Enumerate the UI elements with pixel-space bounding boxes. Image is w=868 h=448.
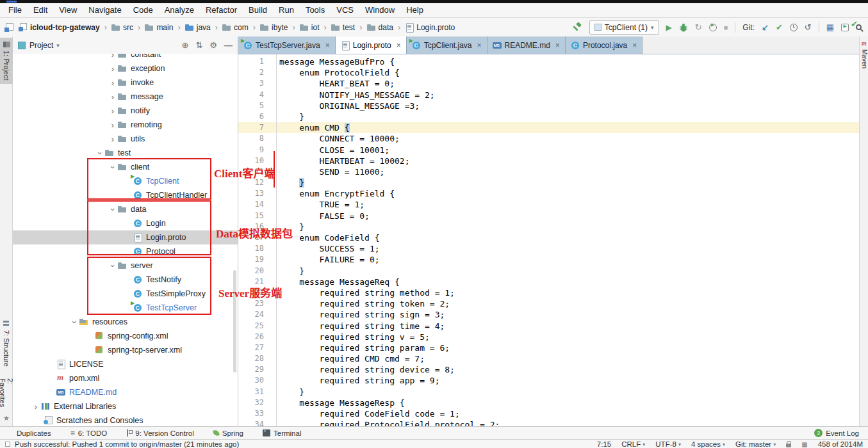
status-icon[interactable] xyxy=(5,442,10,447)
tree-item[interactable]: constant xyxy=(13,54,238,61)
menu-item[interactable]: Refactor xyxy=(200,3,243,17)
tree-item[interactable]: resources xyxy=(13,315,238,329)
tree-item[interactable]: client xyxy=(13,160,238,174)
code-line[interactable]: 12 } xyxy=(238,177,859,188)
code-line[interactable]: 20 } xyxy=(238,266,859,276)
chevron-icon[interactable] xyxy=(108,261,118,271)
tree-item[interactable]: server xyxy=(13,259,238,273)
toolwindow-button[interactable]: 6: TODO xyxy=(70,429,108,438)
tree-item[interactable]: Login.proto xyxy=(13,230,238,244)
line-ending-widget[interactable]: CRLF▾ xyxy=(621,440,645,448)
indent-widget[interactable]: 4 spaces▾ xyxy=(691,440,725,448)
code-line[interactable]: 26 required string v = 5; xyxy=(238,332,859,342)
tree-item[interactable]: utils xyxy=(13,132,238,146)
tree-item[interactable]: Login xyxy=(13,216,238,230)
code-line[interactable]: 11 SEND = 11000; xyxy=(238,166,859,177)
code-line[interactable]: 13 enum EncryptField { xyxy=(238,188,859,199)
editor-tab[interactable]: TcpClient.java × xyxy=(407,36,487,54)
code-line[interactable]: 21 message MessageReq { xyxy=(238,276,859,287)
code-line[interactable]: 10 HEARTBEAT = 10002; xyxy=(238,156,859,166)
code-line[interactable]: 34 required ProtocolField protocol = 2; xyxy=(238,419,859,426)
editor-tab[interactable]: Login.proto × xyxy=(336,36,407,54)
code-line[interactable]: 19 FAILURE = 0; xyxy=(238,254,859,265)
run-dashboard-icon[interactable] xyxy=(841,24,849,31)
toolwindow-button[interactable]: Duplicates xyxy=(17,429,51,438)
project-structure-icon[interactable]: ▦ xyxy=(826,22,834,33)
code-line[interactable]: 33 required CodeField code = 1; xyxy=(238,408,859,419)
collapse-all-icon[interactable]: ⇅ xyxy=(195,40,202,50)
chevron-icon[interactable] xyxy=(95,148,105,158)
tree-item[interactable]: TestTcpServer xyxy=(13,301,238,315)
toolwindow-tab-favorites[interactable]: 2: Favorites ★ xyxy=(0,374,13,426)
code-line[interactable]: 16 } xyxy=(238,221,859,232)
tree-item[interactable]: invoke xyxy=(13,76,238,90)
run-config-select[interactable]: TcpClient (1) ▾ xyxy=(589,20,659,35)
memory-indicator[interactable]: 458 of 2014M xyxy=(818,440,863,448)
tree-item[interactable]: spring-tcp-server.xml xyxy=(13,343,238,357)
code-line[interactable]: 32 message MessageResp { xyxy=(238,397,859,408)
close-icon[interactable]: × xyxy=(397,41,401,50)
code-line[interactable]: 23 required string token = 2; xyxy=(238,298,859,309)
chevron-icon[interactable] xyxy=(108,64,118,74)
event-log-button[interactable]: 2 Event Log xyxy=(814,429,868,437)
build-hammer-icon[interactable] xyxy=(572,22,582,33)
menu-item[interactable]: Edit xyxy=(28,3,53,17)
tree-item[interactable]: LICENSE xyxy=(13,357,238,371)
chevron-icon[interactable] xyxy=(108,205,118,214)
code-editor[interactable]: 1 message MessageBufPro { 2 enum Protoco… xyxy=(238,54,859,426)
code-line[interactable]: 25 required string time = 4; xyxy=(238,321,859,332)
menu-item[interactable]: Run xyxy=(273,3,300,17)
project-window-icon[interactable] xyxy=(4,23,13,32)
vcs-update-icon[interactable]: ↙ xyxy=(762,22,769,33)
menu-item[interactable]: Help xyxy=(400,3,429,17)
chevron-icon[interactable] xyxy=(31,402,41,412)
breadcrumb-item[interactable]: data xyxy=(355,22,393,32)
tree-item[interactable]: pom.xml xyxy=(13,371,238,385)
encoding-widget[interactable]: UTF-8▾ xyxy=(655,440,681,448)
locate-file-icon[interactable]: ⊕ xyxy=(182,40,189,50)
breadcrumb-item[interactable]: iot xyxy=(288,22,319,32)
toolwindow-tab-project[interactable]: 1: Project xyxy=(0,38,13,84)
menu-item[interactable]: Code xyxy=(127,3,159,17)
breadcrumb-item[interactable]: main xyxy=(133,22,173,32)
hide-panel-icon[interactable]: — xyxy=(224,40,233,50)
breadcrumb-item[interactable]: ibyte xyxy=(249,22,288,32)
code-line[interactable]: 22 required string method = 1; xyxy=(238,287,859,298)
tree-item[interactable]: Scratches and Consoles xyxy=(13,413,238,426)
tree-item[interactable]: External Libraries xyxy=(13,399,238,413)
git-branch-widget[interactable]: Git: master▾ xyxy=(735,440,776,448)
stop-button[interactable]: ■ xyxy=(724,22,728,33)
code-line[interactable]: 18 SUCCESS = 1; xyxy=(238,243,859,254)
caret-position-widget[interactable]: 7:15 xyxy=(597,440,611,448)
tree-item[interactable]: README.md xyxy=(13,385,238,399)
run-with-coverage-icon[interactable]: ↻ xyxy=(695,22,702,33)
menu-item[interactable]: View xyxy=(53,3,83,17)
settings-gear-icon[interactable]: ⚙ xyxy=(209,40,217,50)
memory-grid-icon[interactable]: ▦ xyxy=(801,441,807,448)
close-icon[interactable]: × xyxy=(325,41,330,50)
breadcrumb-item[interactable]: test xyxy=(320,22,356,32)
code-line[interactable]: 28 required CMD cmd = 7; xyxy=(238,353,859,364)
inspection-ok-icon[interactable]: ✔ xyxy=(851,19,858,29)
code-line[interactable]: 6 } xyxy=(238,111,859,122)
chevron-icon[interactable] xyxy=(108,78,118,88)
history-clock-icon[interactable] xyxy=(790,24,798,31)
chevron-icon[interactable] xyxy=(108,106,118,116)
menu-item[interactable]: Analyze xyxy=(159,3,200,17)
close-icon[interactable]: × xyxy=(477,41,482,50)
code-line[interactable]: 17 enum CodeField { xyxy=(238,232,859,243)
menu-item[interactable]: Tools xyxy=(300,3,331,17)
run-button[interactable]: ▶ xyxy=(666,22,672,33)
menu-item[interactable]: VCS xyxy=(331,3,359,17)
code-line[interactable]: 30 required string app = 9; xyxy=(238,375,859,386)
chevron-icon[interactable] xyxy=(69,317,79,327)
tree-item[interactable]: test xyxy=(13,146,238,160)
toolwindow-tab-structure[interactable]: 7: Structure xyxy=(0,317,13,371)
menu-item[interactable]: Navigate xyxy=(83,3,127,17)
code-line[interactable]: 15 FALSE = 0; xyxy=(238,211,859,221)
tree-item[interactable]: remoting xyxy=(13,118,238,132)
code-line[interactable]: 7 enum CMD { xyxy=(238,122,859,133)
chevron-icon[interactable] xyxy=(108,134,118,144)
editor-tab[interactable]: TestTcpServer.java × xyxy=(238,36,336,54)
tree-item[interactable]: exception xyxy=(13,61,238,76)
